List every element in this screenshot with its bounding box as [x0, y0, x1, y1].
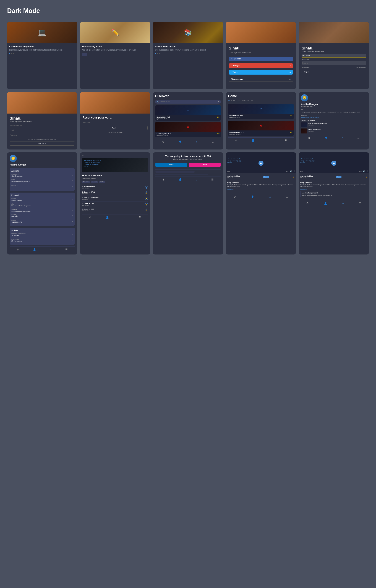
paypal-button[interactable]: Paypal — [155, 163, 187, 167]
profile-nav-menu-icon[interactable]: ☰ — [357, 136, 360, 139]
tab-css[interactable]: CSS — [237, 99, 240, 102]
tab-all[interactable]: All — [228, 99, 230, 102]
account-nav-menu-icon[interactable]: ☰ — [65, 248, 68, 251]
facebook-login-button[interactable]: f Facebook → — [229, 57, 293, 61]
nav-user-icon[interactable]: 👤 — [179, 140, 182, 143]
signup-email-input[interactable] — [10, 129, 75, 132]
payment-nav-menu-icon[interactable]: ☰ — [211, 178, 214, 181]
username-input[interactable] — [301, 54, 366, 57]
course-nav-home-icon[interactable]: ⌂ — [123, 216, 124, 219]
video2-nav-user-icon[interactable]: 👤 — [324, 202, 327, 205]
personal-phone-row[interactable]: Phone +62898893376 › — [11, 220, 73, 223]
google-login-button[interactable]: G Google → — [229, 63, 293, 68]
lesson-5[interactable]: 5. Basic of CSS 13 minutes 🔒 — [82, 207, 148, 213]
forgot-password-link[interactable]: lost password? — [301, 66, 311, 68]
video2-nav-home-icon[interactable]: ⌂ — [342, 202, 344, 205]
tab-html[interactable]: HTML — [231, 99, 236, 102]
sinau-account-button[interactable]: Sinau Account → — [229, 77, 293, 82]
profile-course-1[interactable]: How to Become Master PHP 15 lessons — [301, 122, 367, 127]
play-button[interactable]: ▶ — [258, 161, 263, 166]
course-angular-name: Learn AngularJS 4 — [157, 133, 171, 135]
account-nav-user-icon[interactable]: 👤 — [33, 248, 36, 251]
video2-play-button[interactable]: ▶ — [331, 161, 336, 166]
twitter-login-button[interactable]: t Twitter → — [229, 70, 293, 74]
video2-nav-menu-icon[interactable]: ☰ — [359, 202, 361, 205]
home-nav-settings-icon[interactable]: ⚙ — [235, 139, 237, 142]
signin-button[interactable]: Sign In → — [301, 70, 314, 74]
reset-email-input[interactable] — [83, 121, 148, 124]
search-bar[interactable]: 🔍 ▾ — [155, 100, 221, 104]
profile-website[interactable]: www.dribbble.com/abimanyuI7 — [301, 117, 367, 118]
account-username-row[interactable]: Username @andikakangen › — [11, 173, 73, 177]
account-nav-settings-icon[interactable]: ⚙ — [17, 248, 19, 251]
video-back-arrow-icon[interactable]: ← — [227, 153, 229, 156]
see-reply-2-button[interactable]: See 2 reply — [300, 188, 367, 190]
activity-lessons-row[interactable]: Lessons Purchased 14 lessons › — [11, 233, 73, 236]
course-nav-settings-icon[interactable]: ⚙ — [89, 216, 92, 219]
exam-arrow-button[interactable]: → — [82, 53, 87, 56]
course-nav-menu-icon[interactable]: ☰ — [139, 216, 141, 219]
home-course-1[interactable]: </> How to Make Web by Ibrahim Maula $50 — [228, 104, 294, 119]
video-nav-user-icon[interactable]: 👤 — [251, 195, 254, 198]
lesson-1[interactable]: 1. The Definition 13 minutes ▶ — [82, 184, 148, 190]
video2-back-arrow-icon[interactable]: ← — [300, 153, 302, 156]
account-password-row[interactable]: Password •••••••••••• › — [11, 184, 73, 188]
video2-progress-track[interactable] — [304, 171, 358, 171]
video2-nav-settings-icon[interactable]: ⚙ — [306, 202, 309, 205]
profile-nav-home-icon[interactable]: ⌂ — [342, 136, 343, 139]
debit-button[interactable]: Debit — [189, 163, 221, 167]
home-nav-user-icon[interactable]: 👤 — [252, 139, 255, 142]
lesson-4[interactable]: 4. Basic of CSS 13 minutes 🔒 — [82, 201, 148, 207]
progress-track[interactable] — [231, 171, 285, 171]
course-nav-user-icon[interactable]: 👤 — [106, 216, 109, 219]
personal-name-row[interactable]: Name Andika Kangen › — [11, 198, 73, 201]
tab-other[interactable]: Ph — [251, 99, 253, 102]
home-course-2[interactable]: A Learn AngularJS 4 by Malik Abimanyu $2… — [228, 121, 294, 136]
search-input[interactable] — [160, 101, 218, 103]
nav-settings-icon[interactable]: ⚙ — [162, 140, 164, 143]
profile-nav-user-icon[interactable]: 👤 — [324, 136, 328, 139]
next-lesson-button-2[interactable]: Next — [336, 176, 342, 178]
reset-button[interactable]: Reset → — [83, 126, 148, 130]
activity-discussion-row[interactable]: Discussion 20 discussions › — [11, 238, 73, 242]
profile-course-2[interactable]: Learn Angular JS 4 15 lessons — [301, 128, 367, 134]
remember-password-link[interactable]: I remember my password! — [83, 132, 148, 133]
next-lesson-button[interactable]: Next — [263, 176, 269, 178]
lesson-3[interactable]: 3. Making Framework 7 minutes 🔒 — [82, 196, 148, 201]
password-input[interactable] — [301, 61, 366, 65]
video2-volume-icon[interactable]: 🔊 — [363, 170, 365, 172]
personal-website-row[interactable]: Website www.dribbble.com/abimanyuI7 › — [11, 209, 73, 212]
discover-course-2[interactable]: A Learn AngularJS 4 by Malik Abimanyu $2… — [155, 122, 221, 137]
profile-course-2-lessons: 15 lessons — [308, 130, 321, 132]
signup-password-input[interactable] — [10, 134, 75, 137]
home-nav-menu-icon[interactable]: ☰ — [284, 139, 287, 142]
personal-country-row[interactable]: Country Indonesia › — [11, 214, 73, 218]
video-nav-settings-icon[interactable]: ⚙ — [234, 195, 236, 198]
signup-username-input[interactable] — [10, 124, 75, 127]
volume-icon[interactable]: 🔊 — [290, 170, 292, 172]
discover-course-1[interactable]: </> How to Make Web by Ibrahim Maula $50 — [155, 105, 221, 121]
not-member-link[interactable]: Not a member? — [356, 66, 366, 68]
lesson-1-play-icon[interactable]: ▶ — [145, 186, 148, 189]
personal-bio-row[interactable]: Bio My name is Andika Kangen and L... › — [11, 203, 73, 207]
signup-button[interactable]: Sign Up → — [10, 141, 75, 146]
video-nav-menu-icon[interactable]: ☰ — [286, 195, 288, 198]
activity-discussion-label: Discussion — [11, 238, 22, 240]
payment-nav-user-icon[interactable]: 👤 — [179, 178, 182, 181]
course-detail-back-button[interactable]: ← — [82, 155, 148, 156]
payment-nav-settings-icon[interactable]: ⚙ — [162, 178, 165, 181]
video2-fullscreen-icon[interactable]: ⛶ — [366, 170, 367, 172]
video-nav-home-icon[interactable]: ⌂ — [269, 195, 271, 198]
account-email-row[interactable]: Email andikakangen@gmail.com › — [11, 179, 73, 182]
nav-gear-icon[interactable]: ☰ — [212, 140, 214, 143]
lesson-2-num: 2. Basic of HTML — [82, 191, 95, 193]
see-reply-1-button[interactable]: See 2 reply — [227, 188, 295, 190]
nav-home-icon[interactable]: ⌂ — [196, 140, 197, 143]
tab-javascript[interactable]: JavaScript — [242, 99, 249, 102]
account-nav-home-icon[interactable]: ⌂ — [50, 248, 51, 251]
lesson-2[interactable]: 2. Basic of HTML 6 minutes 🔒 — [82, 190, 148, 196]
profile-nav-settings-icon[interactable]: ⚙ — [308, 136, 310, 139]
home-nav-home-icon[interactable]: ⌂ — [269, 139, 270, 142]
fullscreen-icon[interactable]: ⛶ — [293, 170, 294, 172]
payment-nav-home-icon[interactable]: ⌂ — [196, 178, 197, 181]
